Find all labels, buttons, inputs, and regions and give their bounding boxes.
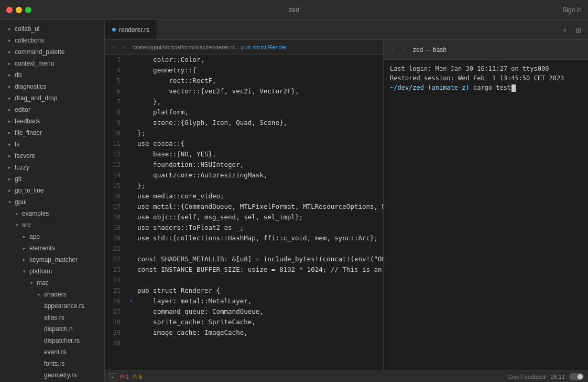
status-bar: ≡ ⊘ 1 ⚠ 5 Give Feedback 26,11 xyxy=(105,370,588,382)
sidebar-item-label: collections xyxy=(15,37,44,44)
sidebar-item[interactable]: ▸db xyxy=(0,69,104,81)
tab-renderer-rs[interactable]: renderer.rs xyxy=(105,20,157,39)
sidebar-item[interactable]: ▸fsevent xyxy=(0,150,104,162)
terminal-back-button[interactable]: ‹ xyxy=(388,45,397,55)
code-line: 13 foundation::NSUInteger, xyxy=(105,160,383,170)
add-tab-button[interactable]: + xyxy=(560,25,570,35)
error-count: 1 xyxy=(126,374,129,380)
code-view[interactable]: 3 color::Color,4 geometry::{5 rect::Rect… xyxy=(105,55,383,370)
modified-indicator xyxy=(112,28,116,31)
sidebar-item[interactable]: ▾gpui xyxy=(0,196,104,208)
chevron-icon: ▸ xyxy=(6,72,13,78)
maximize-button[interactable] xyxy=(25,7,31,13)
sidebar-item[interactable]: fonts.rs xyxy=(0,358,104,369)
sidebar-item[interactable]: ▸diagnostics xyxy=(0,81,104,92)
line-number: 19 xyxy=(105,222,127,233)
sidebar-item[interactable]: ▸command_palette xyxy=(0,46,104,58)
code-line: 16use media::core_video; xyxy=(105,191,383,201)
chevron-icon: ▸ xyxy=(6,60,13,67)
sidebar-item[interactable]: ▸shaders xyxy=(0,289,104,300)
split-editor-button[interactable]: ⊞ xyxy=(573,25,584,35)
sidebar-item[interactable]: ▸feedback xyxy=(0,115,104,127)
sidebar-item-label: feedback xyxy=(15,118,40,125)
sidebar-item[interactable]: ▸drag_and_drop xyxy=(0,92,104,104)
line-number: 6 xyxy=(105,86,127,97)
sidebar-item-label: file_finder xyxy=(15,129,42,136)
code-line: 23const INSTANCE_BUFFER_SIZE: usize = 81… xyxy=(105,264,383,275)
code-line: 25pub struct Renderer { xyxy=(105,285,383,296)
line-number: 25 xyxy=(105,285,127,296)
code-line: 11use cocoa::{ xyxy=(105,139,383,149)
sidebar-item[interactable]: dispatcher.rs xyxy=(0,335,104,346)
titlebar: zed Sign in xyxy=(0,0,588,20)
minimize-button[interactable] xyxy=(16,7,22,13)
signin-button[interactable]: Sign in xyxy=(562,6,582,14)
chevron-icon: ▸ xyxy=(6,130,13,136)
sidebar-item-label: examples xyxy=(22,210,49,217)
tabs-bar: renderer.rs + ⊞ xyxy=(105,20,588,40)
sidebar-item[interactable]: ▸examples xyxy=(0,208,104,219)
line-number: 12 xyxy=(105,149,127,160)
line-number: 29 xyxy=(105,327,127,338)
diagnostics-icon[interactable]: ≡ xyxy=(109,373,116,380)
breadcrumb-nav: ‹ › xyxy=(109,43,129,52)
chevron-icon: ▸ xyxy=(6,187,13,194)
sidebar-item[interactable]: ▸app xyxy=(0,231,104,242)
sidebar-item[interactable]: ▸fs xyxy=(0,139,104,150)
chevron-icon: ▸ xyxy=(6,83,13,90)
line-number: 18 xyxy=(105,212,127,222)
breadcrumb-path: crates/gpui/src/platform/mac/renderer.rs xyxy=(133,44,235,50)
sidebar-item[interactable]: ▾src xyxy=(0,219,104,231)
sidebar-item[interactable]: atlas.rs xyxy=(0,312,104,323)
line-number: 14 xyxy=(105,170,127,181)
line-number: 30 xyxy=(105,338,127,348)
chevron-icon: ▸ xyxy=(21,245,27,251)
code-line: 21 xyxy=(105,243,383,254)
code-line: 4 geometry::{ xyxy=(105,65,383,76)
line-content: }; xyxy=(135,181,383,191)
line-content: image_cache: ImageCache, xyxy=(135,327,383,338)
toggle-switch[interactable] xyxy=(569,373,584,380)
sidebar-item[interactable]: ▸editor xyxy=(0,104,104,115)
line-content: }; xyxy=(135,128,383,139)
status-left: ≡ ⊘ 1 ⚠ 5 xyxy=(109,373,142,380)
sidebar-item[interactable]: dispatch.h xyxy=(0,323,104,335)
terminal-content[interactable]: Last login: Mon Jan 30 16:11:27 on ttys0… xyxy=(384,60,588,370)
breadcrumb-forward-button[interactable]: › xyxy=(119,43,129,52)
sidebar-item[interactable]: ▾platform xyxy=(0,266,104,277)
line-content: const SHADERS_METALLIB: &[u8] = include_… xyxy=(135,254,383,264)
sidebar-item[interactable]: ▸collab_ui xyxy=(0,23,104,35)
sidebar-item[interactable]: geometry.rs xyxy=(0,369,104,381)
sidebar-item[interactable]: ▸collections xyxy=(0,35,104,46)
sidebar-item[interactable]: ▸git xyxy=(0,173,104,185)
line-number: 5 xyxy=(105,76,127,86)
app-title: zed xyxy=(289,6,300,14)
sidebar-item[interactable]: ▸file_finder xyxy=(0,127,104,139)
sidebar-item-label: src xyxy=(22,221,30,229)
sidebar-item[interactable]: ▾mac xyxy=(0,277,104,289)
sidebar-item-label: appearance.rs xyxy=(44,302,84,310)
chevron-icon: ▾ xyxy=(21,268,27,274)
sidebar-item-label: git xyxy=(15,175,21,183)
chevron-icon: ▸ xyxy=(21,234,27,240)
terminal-forward-button[interactable]: › xyxy=(399,45,409,55)
give-feedback-button[interactable]: Give Feedback xyxy=(507,374,546,380)
sidebar-item[interactable]: ▸keymap_matcher xyxy=(0,254,104,266)
code-line: 28 sprite_cache: SpriteCache, xyxy=(105,317,383,327)
sidebar-item[interactable]: event.rs xyxy=(0,346,104,358)
breadcrumb-back-button[interactable]: ‹ xyxy=(109,43,118,52)
line-content: use objc::{self, msg_send, sel, sel_impl… xyxy=(135,212,383,222)
sidebar-item[interactable]: ▸go_to_line xyxy=(0,185,104,196)
sidebar-item-label: platform xyxy=(29,268,52,275)
code-line: 8 platform, xyxy=(105,107,383,118)
sidebar-item[interactable]: ▸context_menu xyxy=(0,58,104,69)
terminal-line: Restored session: Wed Feb 1 13:45:50 CET… xyxy=(390,73,582,83)
code-line: 26⚡ layer: metal::MetalLayer, xyxy=(105,296,383,306)
terminal-line: ~/dev/zed (animate-z) cargo test xyxy=(390,83,582,92)
tab-actions: + ⊞ xyxy=(556,20,588,39)
sidebar-item[interactable]: ▸elements xyxy=(0,242,104,254)
line-content: use metal::{CommandQueue, MTLPixelFormat… xyxy=(135,201,383,212)
sidebar-item[interactable]: appearance.rs xyxy=(0,300,104,312)
sidebar-item[interactable]: ▸fuzzy xyxy=(0,162,104,173)
close-button[interactable] xyxy=(6,7,13,13)
